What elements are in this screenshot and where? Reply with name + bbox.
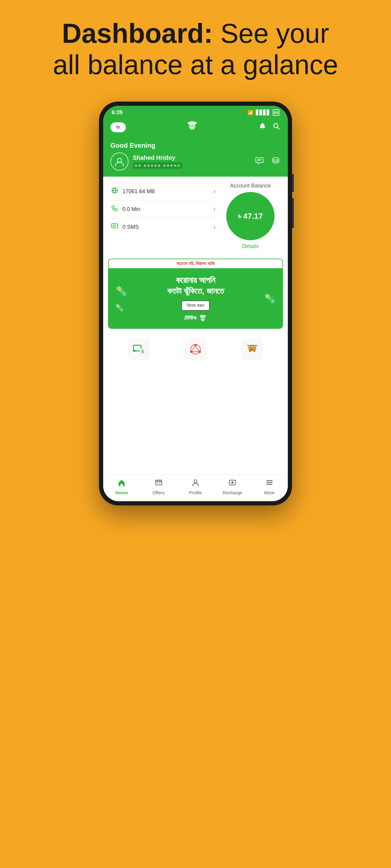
sms-arrow: › [214,224,216,230]
details-link[interactable]: Details [242,243,258,250]
nav-offers[interactable]: Offers [145,478,172,495]
nav-offers-label: Offers [152,490,165,495]
phone-screen: 6:39 📶 ▋▋▋▋ 69 বাং [103,106,288,501]
user-phone: ●● ●●●●● ●●●●● [133,162,183,169]
account-balance-label: Account Balance [230,183,271,189]
nav-more[interactable]: More [256,478,283,495]
home-icon [117,478,126,489]
sms-icon [110,222,119,231]
offers-icon [155,478,163,489]
voice-balance-item[interactable]: 0.0 Min › [110,200,216,218]
virus-icon-1: 🦠 [113,284,129,299]
quick-action-shop[interactable] [241,338,263,360]
sms-balance-item[interactable]: 0 SMS › [110,218,216,236]
quick-action-connect[interactable] [185,338,206,360]
recharge-icon-box: $ [128,338,150,360]
user-avatar[interactable] [110,153,129,170]
banner-top-text: সচেতন হই, নিরাপদ থাকি [109,259,282,269]
quick-actions: $ [103,334,288,365]
svg-line-22 [196,346,199,351]
language-toggle[interactable]: বাং [110,122,126,132]
banner-title: করোনায় আপনি কতটা ঝুঁকিতে, জানতে [132,275,259,297]
voice-arrow: › [214,206,216,213]
svg-rect-16 [133,350,136,351]
svg-rect-25 [253,348,254,351]
svg-line-21 [192,346,196,351]
nav-profile[interactable]: Profile [182,478,209,495]
brand-name: টেলিটক [184,315,196,321]
phone-frame: 6:39 📶 ▋▋▋▋ 69 বাং [99,101,292,505]
status-icons: 📶 ▋▋▋▋ 69 [247,110,279,116]
virus-left: 🦠 🦠 [113,284,129,313]
recharge-nav-icon [228,478,236,489]
data-arrow: › [214,188,216,195]
data-balance-item[interactable]: 17061.64 MB › [110,183,216,200]
data-value: 17061.64 MB [122,188,210,195]
header-icons [258,122,281,133]
quick-action-recharge[interactable]: $ [128,338,150,360]
user-action-icons [255,156,281,167]
balance-amount[interactable]: ৳ 47.17 [226,192,275,240]
virus-icon-2: 🦠 [113,302,129,313]
page-header: Dashboard: See yourall balance at a gala… [29,0,362,93]
main-content: 17061.64 MB › 0.0 Min › [103,177,288,474]
nav-profile-label: Profile [189,490,202,495]
app-logo [185,120,199,134]
voice-value: 0.0 Min [122,206,210,213]
user-row: Shahed Hridoy ●● ●●●●● ●●●●● [110,153,281,170]
user-details: Shahed Hridoy ●● ●●●●● ●●●●● [133,154,183,169]
svg-point-18 [194,344,197,346]
banner-button[interactable]: ক্লিক করুন [181,301,210,311]
promo-banner[interactable]: সচেতন হই, নিরাপদ থাকি 🦠 🦠 করোনায় আপনি ক… [108,258,283,329]
profile-icon [191,478,200,489]
virus-icon-3: 🦠 [262,291,278,306]
svg-point-32 [194,480,197,483]
user-name: Shahed Hridoy [133,154,183,161]
wifi-icon: 📶 [247,110,253,116]
svg-point-26 [250,351,251,352]
coins-icon[interactable] [271,156,281,167]
nav-home-label: Home [115,490,128,495]
signal-icon: ▋▋▋▋ [256,110,270,116]
connect-icon-box [185,338,206,360]
svg-text:$: $ [141,349,144,354]
svg-rect-13 [134,346,141,350]
svg-point-2 [117,158,121,162]
account-balance: Account Balance ৳ 47.17 Details [220,183,281,250]
power-button [292,174,294,192]
voice-icon [110,205,119,214]
svg-line-1 [278,127,280,129]
banner-main: 🦠 🦠 করোনায় আপনি কতটা ঝুঁকিতে, জানতে ক্ল… [109,269,282,328]
greeting-text: Good Evening [110,142,281,150]
chat-icon[interactable] [255,156,264,167]
banner-text: করোনায় আপনি কতটা ঝুঁকিতে, জানতে ক্লিক ক… [129,275,262,322]
volume-button [292,198,294,228]
search-icon[interactable] [272,122,281,133]
sms-value: 0 SMS [122,224,210,230]
nav-recharge-label: Recharge [223,490,242,495]
svg-point-27 [254,351,255,352]
user-info: Shahed Hridoy ●● ●●●●● ●●●●● [110,153,183,170]
nav-more-label: More [264,490,275,495]
status-bar: 6:39 📶 ▋▋▋▋ 69 [103,106,288,118]
header-bold: Dashboard: [62,19,213,49]
data-icon [110,187,119,196]
balance-section: 17061.64 MB › 0.0 Min › [103,177,288,255]
nav-home[interactable]: Home [108,478,135,495]
svg-point-0 [274,124,278,128]
virus-right: 🦠 [262,291,278,306]
status-time: 6:39 [112,110,122,116]
nav-recharge[interactable]: Recharge [219,478,246,495]
battery-icon: 69 [273,110,279,116]
user-section: Good Evening Shahed Hridoy ●● ●●●●● ●●●●… [103,139,288,177]
shop-icon-box [241,338,263,360]
svg-point-5 [273,158,279,160]
notification-icon[interactable] [258,122,267,133]
more-icon [265,478,274,489]
svg-rect-28 [156,480,162,485]
balance-left: 17061.64 MB › 0.0 Min › [110,183,216,250]
bottom-nav: Home Offers [103,474,288,501]
svg-rect-9 [112,224,118,228]
svg-rect-24 [250,348,252,351]
app-header: বাং [103,118,288,139]
